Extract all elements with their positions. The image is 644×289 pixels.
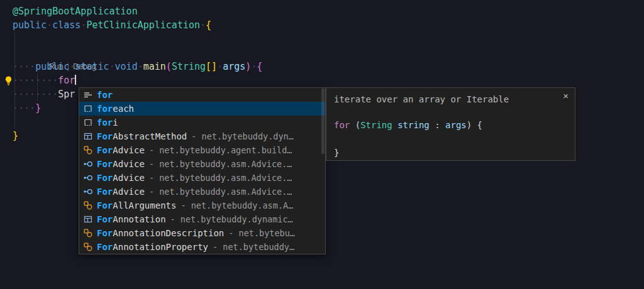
suggestion-detail: - net.bytebuddy.agent.build… bbox=[149, 145, 292, 155]
code-token-annotation: @SpringBootApplication bbox=[13, 6, 138, 17]
code-token-keyword: class bbox=[52, 19, 80, 31]
class-icon bbox=[83, 145, 93, 155]
code-token-plain: ) { bbox=[467, 120, 482, 130]
suggestion-item-fori-2[interactable]: fori bbox=[79, 116, 325, 129]
suggestion-label: ForAdvice bbox=[97, 173, 145, 183]
lightbulb-icon[interactable] bbox=[3, 75, 14, 86]
class-icon bbox=[83, 242, 93, 252]
suggestion-label: fori bbox=[97, 117, 118, 128]
suggestion-detail: - net.bytebuddy.dynamic… bbox=[170, 214, 293, 224]
code-token-bracket2: { bbox=[257, 61, 262, 72]
code-token-ws: ···· bbox=[13, 61, 35, 72]
suggestion-label: ForAdvice bbox=[97, 187, 145, 197]
code-token-bracket2: ( bbox=[166, 61, 172, 72]
docs-code-line: for (String string : args) { bbox=[334, 118, 567, 132]
code-line-class-declaration[interactable]: public·class·PetClinicApplication·{ bbox=[0, 18, 644, 32]
code-line-blank[interactable] bbox=[0, 32, 644, 46]
code-token-ws: · bbox=[200, 19, 206, 31]
code-token-variable: args bbox=[445, 120, 467, 130]
suggestion-detail: - net.bytebuddy.asm.Advice.… bbox=[149, 187, 292, 197]
code-token-bracket1: } bbox=[13, 130, 18, 141]
suggestion-label: ForAnnotationDescription bbox=[97, 228, 224, 238]
codelens: Run|Debug bbox=[0, 46, 644, 60]
snippet-icon bbox=[83, 117, 93, 128]
code-token-keyword: void bbox=[115, 61, 138, 72]
code-token-ws: ········ bbox=[13, 89, 58, 100]
code-token-bracket1: [] bbox=[206, 61, 217, 72]
code-token-keyword: static bbox=[75, 61, 109, 72]
code-token-method: main bbox=[143, 61, 166, 72]
suggestion-item-foradvice-5[interactable]: ForAdvice- net.bytebuddy.asm.Advice.… bbox=[79, 157, 325, 171]
code-token-ws: · bbox=[138, 61, 143, 72]
code-token-ws: · bbox=[217, 61, 223, 72]
code-token-plain bbox=[392, 120, 397, 130]
suggestion-label: ForAnnotationProperty bbox=[97, 242, 208, 252]
suggestion-docs-panel: iterate over an array or Iterable for (S… bbox=[326, 87, 575, 161]
code-line-annotation[interactable]: @SpringBootApplication bbox=[0, 4, 644, 18]
suggest-widget: forforeachforiForAbstractMethod- net.byt… bbox=[79, 87, 326, 254]
interface-icon bbox=[83, 159, 93, 169]
suggestion-label: ForAdvice bbox=[97, 159, 145, 169]
code-token-ws: · bbox=[109, 61, 115, 72]
code-token-bracket2: ) bbox=[245, 61, 251, 72]
suggestion-item-foradvice-4[interactable]: ForAdvice- net.bytebuddy.agent.build… bbox=[79, 143, 325, 157]
suggestion-label: ForAllArguments bbox=[97, 200, 176, 210]
suggestion-item-forannotationdescription-10[interactable]: ForAnnotationDescription- net.bytebu… bbox=[79, 226, 325, 240]
structure-icon bbox=[83, 214, 93, 224]
code-token-variable: string bbox=[397, 120, 430, 130]
interface-icon bbox=[83, 187, 93, 197]
suggestion-label: ForAnnotation bbox=[97, 214, 166, 224]
snippet-icon bbox=[83, 104, 93, 114]
class-icon bbox=[83, 200, 93, 210]
suggestion-docs-code: for (String string : args) {} bbox=[334, 118, 567, 160]
code-token-cursor bbox=[75, 75, 76, 85]
suggestion-detail: - net.bytebuddy.asm.A… bbox=[180, 200, 293, 210]
code-token-bracket1: { bbox=[206, 19, 211, 31]
suggestion-label: ForAbstractMethod bbox=[97, 131, 187, 141]
interface-icon bbox=[83, 173, 93, 183]
suggestion-item-forannotationproperty-11[interactable]: ForAnnotationProperty- net.bytebuddy… bbox=[79, 240, 325, 254]
code-line-main-method[interactable]: ····public·static·void·main(String[]·arg… bbox=[0, 60, 644, 74]
code-token-control: for bbox=[334, 120, 350, 130]
suggestion-label: for bbox=[97, 90, 113, 100]
docs-code-line: } bbox=[334, 146, 567, 160]
code-token-variable: args bbox=[223, 61, 245, 72]
code-token-ws: · bbox=[69, 61, 75, 72]
suggestion-label: ForAdvice bbox=[97, 145, 145, 155]
suggestion-item-forallarguments-8[interactable]: ForAllArguments- net.bytebuddy.asm.A… bbox=[79, 199, 325, 212]
suggestion-detail: - net.bytebuddy… bbox=[213, 242, 294, 252]
code-token-type: String bbox=[360, 120, 392, 130]
code-editor[interactable]: @SpringBootApplication public·class·PetC… bbox=[0, 0, 644, 289]
suggestion-item-forabstractmethod-3[interactable]: ForAbstractMethod- net.bytebuddy.dyn… bbox=[79, 129, 325, 143]
code-token-type: String bbox=[172, 61, 206, 72]
suggestion-detail: - net.bytebuddy.dyn… bbox=[191, 131, 294, 141]
suggestion-item-forannotation-9[interactable]: ForAnnotation- net.bytebuddy.dynamic… bbox=[79, 212, 325, 226]
code-token-plain: ( bbox=[350, 120, 360, 130]
suggestion-item-foreach-1[interactable]: foreach bbox=[79, 102, 325, 116]
suggestion-item-for-0[interactable]: for bbox=[79, 88, 325, 102]
code-line-for-typed[interactable]: ········for bbox=[0, 74, 644, 87]
suggest-scrollbar[interactable] bbox=[321, 89, 325, 154]
suggestion-label: foreach bbox=[97, 104, 134, 114]
suggestion-list: forforeachforiForAbstractMethod- net.byt… bbox=[79, 88, 325, 254]
code-token-plain: : bbox=[430, 120, 445, 130]
suggestion-item-foradvice-7[interactable]: ForAdvice- net.bytebuddy.asm.Advice.… bbox=[79, 185, 325, 199]
code-token-control: for bbox=[58, 75, 75, 86]
suggestion-detail: - net.bytebu… bbox=[228, 228, 295, 238]
suggestion-detail: - net.bytebuddy.asm.Advice.… bbox=[149, 173, 292, 183]
class-icon bbox=[83, 228, 93, 238]
code-token-plain: } bbox=[334, 148, 339, 158]
docs-code-line bbox=[334, 132, 567, 146]
suggestion-item-foradvice-6[interactable]: ForAdvice- net.bytebuddy.asm.Advice.… bbox=[79, 171, 325, 185]
code-token-ws: ········ bbox=[13, 75, 58, 86]
code-token-keyword: public bbox=[13, 19, 47, 31]
keyword-icon bbox=[83, 90, 93, 100]
close-icon[interactable]: × bbox=[563, 90, 569, 102]
code-token-plain: Spr bbox=[58, 89, 75, 100]
suggestion-detail: - net.bytebuddy.asm.Advice.… bbox=[149, 159, 292, 169]
code-token-type: PetClinicApplication bbox=[86, 19, 200, 31]
code-token-bracket2: } bbox=[35, 102, 41, 114]
code-token-ws: · bbox=[251, 61, 257, 72]
code-token-ws: ···· bbox=[13, 102, 35, 114]
code-token-ws: · bbox=[47, 19, 52, 31]
